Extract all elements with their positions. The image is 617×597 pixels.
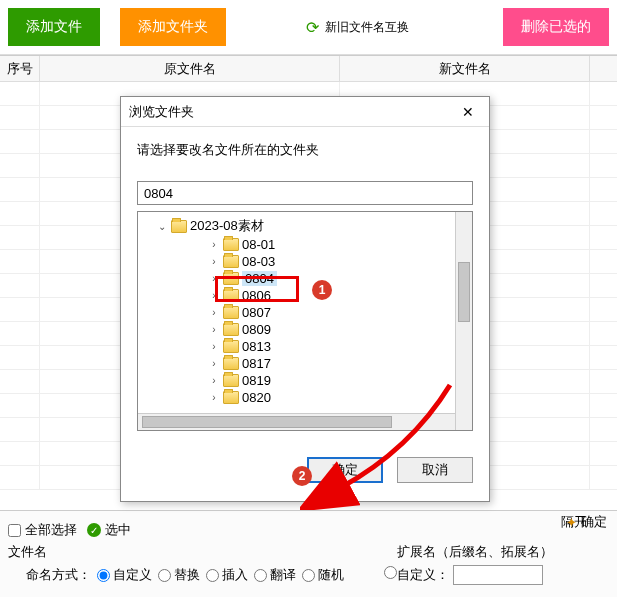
folder-tree[interactable]: ⌄ 2023-08素材 ›08-01›08-03›0804›0806›0807›… bbox=[138, 212, 455, 430]
chevron-right-icon[interactable]: › bbox=[208, 392, 220, 403]
tree-horizontal-scrollbar[interactable] bbox=[138, 413, 455, 430]
annotation-badge-2: 2 bbox=[292, 466, 312, 486]
tree-root-label: 2023-08素材 bbox=[190, 217, 264, 235]
tree-item[interactable]: ›0807 bbox=[208, 304, 455, 321]
chevron-right-icon[interactable]: › bbox=[208, 307, 220, 318]
tree-item[interactable]: ›08-01 bbox=[208, 236, 455, 253]
folder-icon bbox=[223, 323, 239, 336]
tree-item-label: 0819 bbox=[242, 373, 271, 388]
folder-path-input[interactable] bbox=[137, 181, 473, 205]
tree-item-label: 0820 bbox=[242, 390, 271, 405]
chevron-right-icon[interactable]: › bbox=[208, 341, 220, 352]
folder-tree-container: ⌄ 2023-08素材 ›08-01›08-03›0804›0806›0807›… bbox=[137, 211, 473, 431]
folder-icon bbox=[223, 289, 239, 302]
folder-icon bbox=[223, 391, 239, 404]
tree-item[interactable]: ›08-03 bbox=[208, 253, 455, 270]
dialog-titlebar: 浏览文件夹 ✕ bbox=[121, 97, 489, 127]
tree-item[interactable]: ›0813 bbox=[208, 338, 455, 355]
chevron-down-icon[interactable]: ⌄ bbox=[156, 221, 168, 232]
chevron-right-icon[interactable]: › bbox=[208, 358, 220, 369]
folder-icon bbox=[171, 220, 187, 233]
close-icon[interactable]: ✕ bbox=[455, 101, 481, 123]
tree-item[interactable]: ›0817 bbox=[208, 355, 455, 372]
tree-item-label: 0813 bbox=[242, 339, 271, 354]
tree-item-label: 08-03 bbox=[242, 254, 275, 269]
cancel-button[interactable]: 取消 bbox=[397, 457, 473, 483]
dialog-overlay: 浏览文件夹 ✕ 请选择要改名文件所在的文件夹 ⌄ 2023-08素材 ›08-0… bbox=[0, 0, 617, 597]
tree-item-label: 0804 bbox=[242, 271, 277, 286]
folder-icon bbox=[223, 238, 239, 251]
tree-item[interactable]: ›0809 bbox=[208, 321, 455, 338]
tree-item[interactable]: ›0804 bbox=[208, 270, 455, 287]
chevron-right-icon[interactable]: › bbox=[208, 239, 220, 250]
chevron-right-icon[interactable]: › bbox=[208, 273, 220, 284]
folder-icon bbox=[223, 357, 239, 370]
tree-vertical-scrollbar[interactable] bbox=[455, 212, 472, 430]
folder-icon bbox=[223, 374, 239, 387]
chevron-right-icon[interactable]: › bbox=[208, 375, 220, 386]
annotation-badge-1: 1 bbox=[312, 280, 332, 300]
tree-item-label: 08-01 bbox=[242, 237, 275, 252]
tree-root[interactable]: ⌄ 2023-08素材 bbox=[156, 216, 455, 236]
tree-item-label: 0809 bbox=[242, 322, 271, 337]
ok-button[interactable]: 确定 bbox=[307, 457, 383, 483]
chevron-right-icon[interactable]: › bbox=[208, 256, 220, 267]
chevron-right-icon[interactable]: › bbox=[208, 324, 220, 335]
tree-item[interactable]: ›0820 bbox=[208, 389, 455, 406]
dialog-instruction: 请选择要改名文件所在的文件夹 bbox=[137, 141, 473, 159]
tree-item-label: 0817 bbox=[242, 356, 271, 371]
dialog-title: 浏览文件夹 bbox=[129, 103, 194, 121]
tree-item-label: 0807 bbox=[242, 305, 271, 320]
folder-icon bbox=[223, 255, 239, 268]
chevron-right-icon[interactable]: › bbox=[208, 290, 220, 301]
folder-icon bbox=[223, 306, 239, 319]
tree-item-label: 0806 bbox=[242, 288, 271, 303]
tree-item[interactable]: ›0819 bbox=[208, 372, 455, 389]
folder-icon bbox=[223, 272, 239, 285]
browse-folder-dialog: 浏览文件夹 ✕ 请选择要改名文件所在的文件夹 ⌄ 2023-08素材 ›08-0… bbox=[120, 96, 490, 502]
folder-icon bbox=[223, 340, 239, 353]
